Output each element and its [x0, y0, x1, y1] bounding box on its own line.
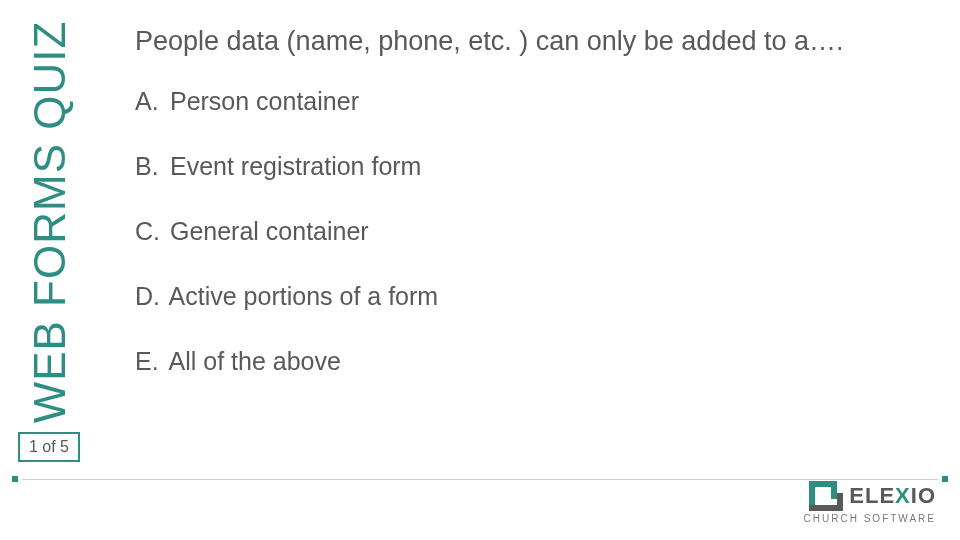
brand-name-accent: X	[895, 483, 911, 508]
option-text: General container	[170, 217, 369, 245]
options-list: A. Person container B. Event registratio…	[135, 87, 940, 376]
brand-name-part3: IO	[911, 483, 936, 508]
page-indicator-text: 1 of 5	[29, 438, 69, 456]
slide: WEB FORMS QUIZ 1 of 5 People data (name,…	[0, 0, 960, 540]
option-text: Person container	[170, 87, 359, 115]
brand-logo-row: ELEXIO	[804, 481, 936, 511]
brand-tagline: CHURCH SOFTWARE	[804, 513, 936, 524]
option-letter: A.	[135, 87, 163, 116]
brand-wordmark: ELEXIO	[849, 483, 936, 509]
option-a: A. Person container	[135, 87, 940, 116]
option-letter: C.	[135, 217, 163, 246]
option-letter: B.	[135, 152, 163, 181]
option-letter: D.	[135, 282, 163, 311]
divider-line	[22, 479, 938, 480]
option-e: E. All of the above	[135, 347, 940, 376]
main-content: People data (name, phone, etc. ) can onl…	[135, 26, 940, 412]
option-text: All of the above	[169, 347, 341, 375]
sidebar-title: WEB FORMS QUIZ	[25, 21, 75, 424]
divider	[0, 478, 960, 480]
option-b: B. Event registration form	[135, 152, 940, 181]
option-c: C. General container	[135, 217, 940, 246]
brand-mark-icon	[809, 481, 843, 511]
brand-logo: ELEXIO CHURCH SOFTWARE	[804, 481, 936, 524]
option-text: Event registration form	[170, 152, 422, 180]
option-letter: E.	[135, 347, 163, 376]
divider-endcap-right	[942, 476, 948, 482]
brand-name-part1: ELE	[849, 483, 895, 508]
option-d: D. Active portions of a form	[135, 282, 940, 311]
page-indicator: 1 of 5	[18, 432, 80, 462]
sidebar-title-container: WEB FORMS QUIZ	[18, 22, 82, 422]
question-text: People data (name, phone, etc. ) can onl…	[135, 26, 940, 57]
option-text: Active portions of a form	[169, 282, 439, 310]
divider-endcap-left	[12, 476, 18, 482]
